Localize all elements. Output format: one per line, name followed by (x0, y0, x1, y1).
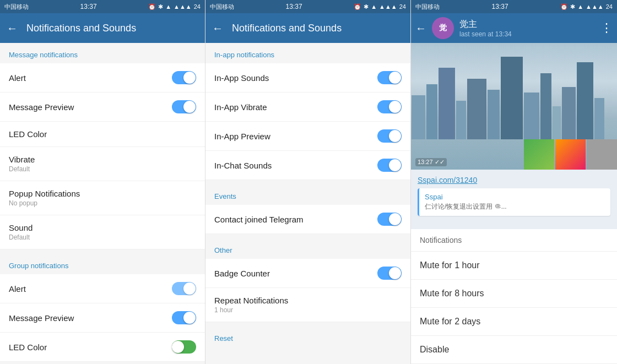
list-item[interactable]: In-App Vibrate (205, 93, 410, 122)
page-title-1: Notifications and Sounds (26, 23, 136, 34)
panel-1: 中国移动 13:37 ⏰ ✱ ▲ ▲▲▲ 24 ← Notifications … (0, 0, 205, 364)
list-item[interactable]: Alert (0, 63, 205, 93)
chat-name: 觉主 (459, 19, 595, 30)
mute-1hour[interactable]: Mute for 1 hour (411, 252, 617, 280)
alarm-icon: ⏰ (148, 3, 156, 10)
list-item[interactable]: Vibrate Default (0, 147, 205, 181)
badge-counter-toggle[interactable] (377, 267, 402, 280)
group-alert-toggle[interactable] (172, 282, 196, 295)
signal-icon-3: ▲▲▲ (586, 3, 604, 10)
thumb-2 (555, 139, 586, 170)
time-1: 13:37 (80, 3, 97, 10)
list-item[interactable]: In-App Preview (205, 122, 410, 151)
disable-notifications[interactable]: Disable (411, 336, 617, 364)
mute-8hours[interactable]: Mute for 8 hours (411, 280, 617, 308)
battery-icon: 24 (194, 3, 201, 10)
section-header-events: Events (205, 184, 410, 205)
inapp-preview-toggle[interactable] (377, 129, 402, 143)
group-notifications-list: Alert Message Preview LED Color (0, 274, 205, 362)
inapp-vibrate-toggle[interactable] (377, 100, 402, 113)
group-led-toggle[interactable] (172, 340, 196, 354)
list-item[interactable]: Contact joined Telegram (205, 205, 410, 234)
battery-icon-3: 24 (606, 3, 613, 10)
panel-2: 中国移动 13:37 ⏰ ✱ ▲ ▲▲▲ 24 ← Notifications … (205, 0, 411, 364)
list-item[interactable]: Message Preview (0, 303, 205, 333)
section-header-inapp: In-app notifications (205, 43, 410, 63)
mute-2days[interactable]: Mute for 2 days (411, 308, 617, 336)
bubble-title: Sspai (425, 193, 605, 201)
top-bar-1: ← Notifications and Sounds (0, 13, 205, 43)
list-item[interactable]: Popup Notifications No popup (0, 181, 205, 215)
section-header-reset: Reset (205, 327, 410, 347)
section-header-message: Message notifications (0, 43, 205, 63)
page-title-2: Notifications and Sounds (232, 23, 342, 34)
settings-content-1: Message notifications Alert Message Prev… (0, 43, 205, 364)
signal-icon-2: ▲▲▲ (379, 3, 397, 10)
list-item[interactable]: LED Color (0, 333, 205, 362)
status-bar-1: 中国移动 13:37 ⏰ ✱ ▲ ▲▲▲ 24 (0, 0, 205, 13)
wifi-icon-3: ▲ (577, 3, 583, 10)
chat-status: last seen at 13:34 (459, 30, 595, 38)
thumb-3 (587, 139, 617, 170)
list-item[interactable]: In-App Sounds (205, 63, 410, 93)
notification-dropdown: Notifications Mute for 1 hour Mute for 8… (411, 229, 617, 364)
chat-timestamp: 13:27 ✓✓ (415, 158, 447, 166)
wifi-icon-2: ▲ (371, 3, 377, 10)
inchat-sounds-toggle[interactable] (377, 159, 402, 172)
events-list: Contact joined Telegram (205, 205, 410, 234)
more-options-button[interactable]: ⋮ (600, 21, 613, 35)
list-item[interactable]: LED Color (0, 122, 205, 147)
list-item[interactable]: Sound Default (0, 215, 205, 249)
inapp-sounds-toggle[interactable] (377, 71, 402, 84)
chat-image: 13:27 ✓✓ (411, 43, 617, 170)
back-button-2[interactable]: ← (212, 22, 223, 35)
bluetooth-icon-3: ✱ (570, 3, 575, 10)
top-bar-2: ← Notifications and Sounds (205, 13, 410, 43)
chat-message-area: Sspai.com/31240 Sspai 仁讨论/恢复退出设置用 ᪤... (411, 170, 617, 229)
message-notifications-list: Alert Message Preview LED Color (0, 63, 205, 249)
bubble-text: 仁讨论/恢复退出设置用 ᪤... (425, 202, 605, 211)
alarm-icon-3: ⏰ (560, 3, 568, 10)
chat-bubble: Sspai 仁讨论/恢复退出设置用 ᪤... (418, 188, 610, 216)
alarm-icon-2: ⏰ (354, 3, 361, 10)
settings-content-2: In-app notifications In-App Sounds In-Ap… (205, 43, 410, 364)
dropdown-header: Notifications (411, 229, 617, 252)
avatar: 觉 (432, 17, 454, 39)
thumb-1 (524, 139, 554, 170)
list-item[interactable]: Repeat Notifications 1 hour (205, 288, 410, 322)
list-item[interactable]: In-Chat Sounds (205, 151, 410, 180)
list-item[interactable]: Alert (0, 274, 205, 303)
status-bar-2: 中国移动 13:37 ⏰ ✱ ▲ ▲▲▲ 24 (205, 0, 410, 13)
list-item[interactable]: Message Preview (0, 93, 205, 122)
battery-icon-2: 24 (399, 3, 406, 10)
status-bar-3: 中国移动 13:37 ⏰ ✱ ▲ ▲▲▲ 24 (411, 0, 617, 13)
signal-icon: ▲▲▲ (174, 3, 192, 10)
other-list: Badge Counter Repeat Notifications 1 hou… (205, 259, 410, 322)
bluetooth-icon-2: ✱ (364, 3, 369, 10)
chat-top-bar: ← 觉 觉主 last seen at 13:34 ⋮ (411, 13, 617, 43)
group-preview-toggle[interactable] (172, 311, 196, 324)
wifi-icon: ▲ (165, 3, 171, 10)
alert-toggle[interactable] (172, 71, 196, 84)
inapp-list: In-App Sounds In-App Vibrate In-App Prev… (205, 63, 410, 180)
message-preview-toggle[interactable] (172, 100, 196, 113)
back-button-3[interactable]: ← (415, 22, 426, 35)
bluetooth-icon: ✱ (158, 3, 163, 10)
panel-3: 中国移动 13:37 ⏰ ✱ ▲ ▲▲▲ 24 ← 觉 觉主 last seen… (411, 0, 617, 364)
carrier-1: 中国移动 (4, 3, 29, 11)
contact-joined-toggle[interactable] (377, 213, 402, 226)
chat-link[interactable]: Sspai.com/31240 (418, 176, 477, 184)
section-header-group: Group notifications (0, 254, 205, 274)
section-header-other: Other (205, 238, 410, 259)
list-item[interactable]: Badge Counter (205, 259, 410, 288)
back-button-1[interactable]: ← (7, 22, 18, 35)
